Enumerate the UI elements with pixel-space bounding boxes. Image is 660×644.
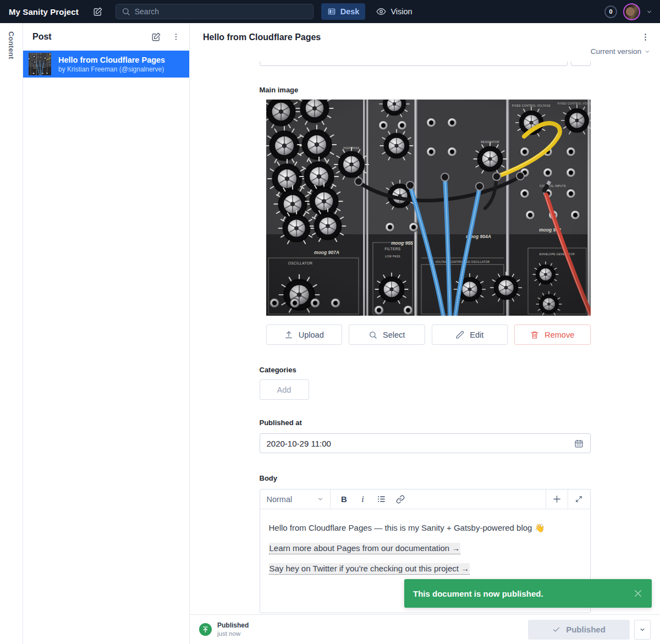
select-label: Select <box>383 331 405 339</box>
new-document-icon[interactable] <box>151 32 161 42</box>
body-content[interactable]: Hello from Cloudflare Pages — this is my… <box>260 509 590 581</box>
main-image-label: Main image <box>260 86 591 94</box>
bold-button[interactable]: B <box>335 491 354 508</box>
document-title: Hello from Cloudflare Pages <box>203 32 639 42</box>
post-pane-header: Post <box>23 23 189 51</box>
clipped-text-input[interactable] <box>260 62 568 66</box>
synth-photo: HIGH PASS FIXED CONTROL VOLTAGE FIXED CO… <box>266 100 591 316</box>
eye-icon <box>376 7 386 16</box>
publish-status-label: Published <box>217 621 249 630</box>
categories-label: Categories <box>260 366 591 374</box>
insert-block-button[interactable] <box>546 489 568 509</box>
publish-status-icon <box>199 623 212 636</box>
remove-button[interactable]: Remove <box>514 324 591 345</box>
published-at-input[interactable] <box>267 439 574 448</box>
clipped-field <box>260 62 591 66</box>
rail-tab-content[interactable]: Content <box>7 31 15 644</box>
published-at-label: Published at <box>260 419 591 427</box>
pane-menu-icon[interactable] <box>172 32 180 41</box>
link-button[interactable] <box>391 491 410 508</box>
published-button[interactable]: Published <box>528 620 630 640</box>
add-category-button[interactable]: Add <box>260 379 309 400</box>
edit-button[interactable]: Edit <box>432 324 508 345</box>
bullet-list-icon <box>377 494 386 504</box>
chevron-down-icon <box>639 626 646 633</box>
chevron-down-icon <box>645 49 650 54</box>
main-image-preview[interactable]: HIGH PASS FIXED CONTROL VOLTAGE FIXED CO… <box>266 100 591 316</box>
version-label: Current version <box>591 47 641 56</box>
post-thumbnail <box>29 53 51 75</box>
avatar[interactable] <box>623 3 640 20</box>
upload-icon <box>284 331 293 339</box>
search-input[interactable] <box>135 7 307 16</box>
upload-label: Upload <box>299 331 324 339</box>
pencil-icon <box>455 331 464 339</box>
version-selector[interactable]: Current version <box>591 47 650 56</box>
bullet-list-button[interactable] <box>372 491 391 508</box>
text-style-select[interactable]: Normal <box>260 489 331 509</box>
project-title: My Sanity Project <box>9 7 79 16</box>
remove-label: Remove <box>544 331 574 339</box>
plus-icon <box>552 494 562 504</box>
document-header: Hello from Cloudflare Pages Current vers… <box>190 23 660 62</box>
editor-toolbar: Normal B i <box>260 489 590 509</box>
calendar-icon[interactable] <box>574 439 584 448</box>
link-icon <box>396 495 405 504</box>
close-icon[interactable] <box>633 588 643 598</box>
post-list-pane: Post Hello from Cloudflare Pages by Kris <box>23 23 190 644</box>
select-button[interactable]: Select <box>349 324 425 345</box>
body-link-twitter[interactable]: Say hey on Twitter if you're checking ou… <box>269 563 470 575</box>
published-at-field <box>260 433 591 453</box>
tab-desk[interactable]: Desk <box>321 3 366 20</box>
published-button-label: Published <box>566 625 606 634</box>
italic-button[interactable]: i <box>354 491 372 508</box>
chevron-down-icon[interactable] <box>646 9 652 15</box>
trash-icon <box>530 331 539 339</box>
document-footer: Published just now Published <box>190 614 660 644</box>
search-bar[interactable] <box>116 4 314 19</box>
post-item-subtitle: by Kristian Freeman (@signalnerve) <box>58 65 165 74</box>
desk-icon <box>327 7 336 16</box>
document-pane: Hello from Cloudflare Pages Current vers… <box>190 23 660 644</box>
topbar-right-cluster: 0 <box>604 3 652 20</box>
expand-editor-button[interactable] <box>568 489 590 509</box>
body-paragraph: Hello from Cloudflare Pages — this is my… <box>269 521 581 535</box>
post-item-title: Hello from Cloudflare Pages <box>58 55 165 65</box>
list-item-post[interactable]: Hello from Cloudflare Pages by Kristian … <box>23 51 189 78</box>
clipped-field-button[interactable] <box>571 62 591 66</box>
expand-icon <box>575 495 583 503</box>
image-actions: Upload Select Edit Remove <box>266 324 591 345</box>
toast-message: This document is now published. <box>413 589 543 598</box>
presence-badge[interactable]: 0 <box>604 5 617 18</box>
vision-tab-label: Vision <box>391 7 412 16</box>
pane-title: Post <box>32 32 151 42</box>
check-icon <box>552 625 560 634</box>
chevron-down-icon <box>317 496 323 502</box>
body-link-docs[interactable]: Learn more about Pages from our document… <box>269 543 461 554</box>
body-label: Body <box>260 474 591 482</box>
tab-vision[interactable]: Vision <box>376 7 412 16</box>
upload-button[interactable]: Upload <box>266 324 343 345</box>
sanity-studio: My Sanity Project Desk Vision 0 Content <box>0 0 660 644</box>
desk-tab-label: Desk <box>340 7 360 16</box>
document-form: Main image <box>190 62 660 614</box>
edit-label: Edit <box>470 331 483 339</box>
search-icon <box>122 7 130 16</box>
publish-status-time: just now <box>217 630 249 638</box>
app-body: Content Post Hello <box>0 23 660 644</box>
compose-icon[interactable] <box>93 7 103 16</box>
publish-toast: This document is now published. <box>404 579 652 608</box>
top-navbar: My Sanity Project Desk Vision 0 <box>0 0 660 23</box>
publish-menu-button[interactable] <box>634 620 651 640</box>
document-menu-icon[interactable] <box>639 32 652 42</box>
content-rail: Content <box>0 23 23 644</box>
magnifier-icon <box>369 331 377 339</box>
text-style-value: Normal <box>267 495 293 504</box>
